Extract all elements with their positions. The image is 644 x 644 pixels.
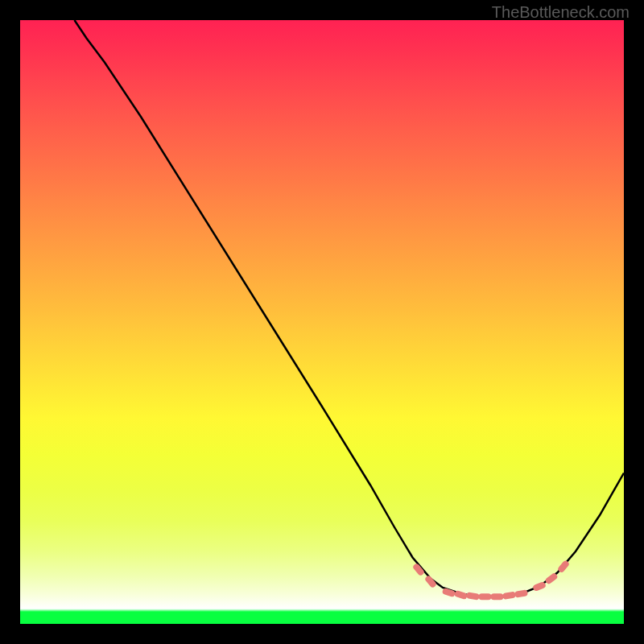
curve-marker — [514, 589, 528, 598]
curve-markers — [412, 559, 570, 601]
curve-marker — [491, 593, 504, 600]
curve-marker — [502, 591, 516, 600]
watermark-text: TheBottleneck.com — [492, 3, 630, 22]
chart-svg — [20, 20, 624, 624]
chart-plot-area — [20, 20, 624, 624]
curve-marker — [466, 592, 480, 601]
bottleneck-curve — [75, 20, 625, 597]
curve-marker — [479, 593, 492, 600]
curve-marker — [454, 590, 469, 601]
